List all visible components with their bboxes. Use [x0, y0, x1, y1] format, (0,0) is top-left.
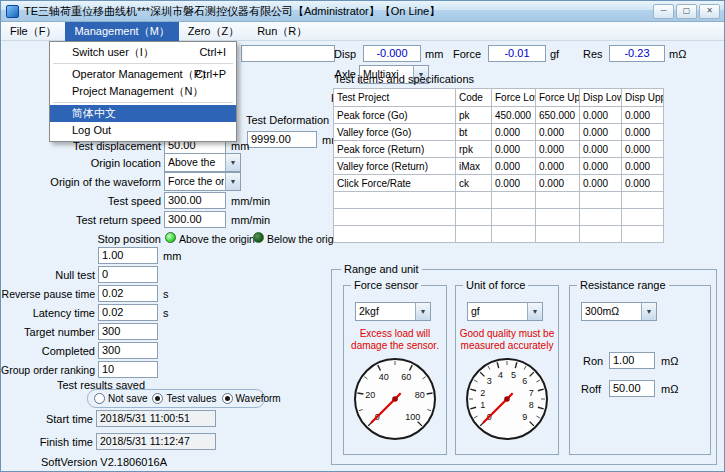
- test-speed-input[interactable]: 300.00: [164, 192, 226, 209]
- table-cell[interactable]: 0.000: [492, 124, 536, 141]
- table-cell[interactable]: Valley force (Return): [334, 158, 456, 175]
- null-test-input[interactable]: 0: [98, 266, 158, 283]
- table-cell[interactable]: [334, 226, 456, 243]
- close-button-icon[interactable]: ✕: [699, 4, 720, 19]
- reverse-pause-input[interactable]: 0.02: [98, 285, 158, 302]
- radio-icon[interactable]: [152, 393, 163, 404]
- resistance-range-select[interactable]: 300mΩ▼: [581, 302, 657, 321]
- table-row[interactable]: [334, 209, 664, 226]
- table-cell[interactable]: [536, 192, 580, 209]
- table-cell[interactable]: 0.000: [622, 141, 664, 158]
- table-cell[interactable]: 0.000: [492, 158, 536, 175]
- table-cell[interactable]: 0.000: [580, 175, 622, 192]
- chevron-down-icon[interactable]: ▼: [527, 303, 542, 320]
- table-cell[interactable]: Peak force (Go): [334, 107, 456, 124]
- table-cell[interactable]: iMax: [456, 158, 492, 175]
- test-return-speed-input[interactable]: 300.00: [164, 211, 226, 228]
- roff-input[interactable]: 50.00: [609, 380, 655, 397]
- latency-input[interactable]: 0.02: [98, 304, 158, 321]
- table-cell[interactable]: [580, 192, 622, 209]
- table-cell[interactable]: 650.000: [536, 107, 580, 124]
- table-cell[interactable]: ck: [456, 175, 492, 192]
- table-row[interactable]: [334, 192, 664, 209]
- table-cell[interactable]: 0.000: [492, 141, 536, 158]
- table-cell[interactable]: 0.000: [580, 141, 622, 158]
- table-cell[interactable]: Click Force/Rate: [334, 175, 456, 192]
- maximize-button-icon[interactable]: ▢: [676, 4, 697, 19]
- menu-file[interactable]: File（F）: [1, 22, 65, 41]
- table-cell[interactable]: [580, 226, 622, 243]
- menu-item-operator-management[interactable]: Operator Management（P）Ctrl+P: [50, 66, 236, 83]
- menu-item-project-management[interactable]: Project Management（N）: [50, 83, 236, 100]
- origin-waveform-select[interactable]: Force the origin▼: [164, 172, 241, 191]
- table-cell[interactable]: [536, 226, 580, 243]
- chevron-down-icon[interactable]: ▼: [415, 303, 430, 320]
- table-row[interactable]: Peak force (Go)pk450.000650.0000.0000.00…: [334, 107, 664, 124]
- menu-zero[interactable]: Zero（Z）: [179, 22, 248, 41]
- menu-item-simplified-chinese[interactable]: 简体中文: [50, 105, 236, 122]
- table-cell[interactable]: 0.000: [622, 124, 664, 141]
- minimize-button-icon[interactable]: ─: [653, 4, 674, 19]
- menu-item-log-out[interactable]: Log Out: [50, 122, 236, 139]
- test-deformation-input[interactable]: 9999.00: [247, 131, 317, 148]
- table-cell[interactable]: [334, 209, 456, 226]
- table-row[interactable]: [334, 226, 664, 243]
- table-cell[interactable]: [492, 226, 536, 243]
- title-bar[interactable]: TE三轴荷重位移曲线机***深圳市磐石测控仪器有限公司【Administrato…: [1, 1, 724, 22]
- table-cell[interactable]: Valley force (Go): [334, 124, 456, 141]
- table-cell[interactable]: [456, 209, 492, 226]
- radio-test-values[interactable]: Test values: [152, 393, 216, 404]
- table-cell[interactable]: 0.000: [492, 175, 536, 192]
- table-row[interactable]: Peak force (Return)rpk0.0000.0000.0000.0…: [334, 141, 664, 158]
- radio-icon[interactable]: [94, 393, 105, 404]
- table-cell[interactable]: 0.000: [622, 158, 664, 175]
- table-row[interactable]: Valley force (Go)bt0.0000.0000.0000.000: [334, 124, 664, 141]
- menu-bar: File（F）Management（M）Zero（Z）Run（R）: [1, 22, 724, 41]
- radio-icon[interactable]: [222, 393, 233, 404]
- table-cell[interactable]: 0.000: [580, 158, 622, 175]
- table-cell[interactable]: [456, 192, 492, 209]
- table-cell[interactable]: 0.000: [536, 158, 580, 175]
- origin-location-select[interactable]: Above the▼: [164, 153, 241, 172]
- hidden-top-field[interactable]: [241, 45, 335, 62]
- table-cell[interactable]: pk: [456, 107, 492, 124]
- table-cell[interactable]: rpk: [456, 141, 492, 158]
- offset-input[interactable]: 1.00: [98, 247, 158, 264]
- table-cell[interactable]: 0.000: [536, 124, 580, 141]
- table-cell[interactable]: [536, 209, 580, 226]
- table-cell[interactable]: [622, 226, 664, 243]
- table-cell[interactable]: Peak force (Return): [334, 141, 456, 158]
- table-cell[interactable]: 0.000: [536, 175, 580, 192]
- table-cell[interactable]: bt: [456, 124, 492, 141]
- table-row[interactable]: Click Force/Rateck0.0000.0000.0000.000: [334, 175, 664, 192]
- table-cell[interactable]: 450.000: [492, 107, 536, 124]
- group-order-input[interactable]: 10: [98, 361, 158, 378]
- chevron-down-icon[interactable]: ▼: [225, 173, 240, 190]
- menu-item-switch-user[interactable]: Switch user（I）Ctrl+I: [50, 44, 236, 61]
- menu-run[interactable]: Run（R）: [248, 22, 316, 41]
- chevron-down-icon[interactable]: ▼: [641, 303, 656, 320]
- target-number-input[interactable]: 300: [98, 323, 158, 340]
- table-cell[interactable]: 0.000: [536, 141, 580, 158]
- table-cell[interactable]: 0.000: [580, 124, 622, 141]
- force-sensor-select[interactable]: 2kgf▼: [355, 302, 431, 321]
- table-cell[interactable]: [492, 192, 536, 209]
- radio-not-save[interactable]: Not save: [94, 393, 147, 404]
- table-cell[interactable]: 0.000: [580, 107, 622, 124]
- table-cell[interactable]: [580, 209, 622, 226]
- table-cell[interactable]: [622, 209, 664, 226]
- spec-table[interactable]: Test ProjectCodeForce LowForce UppDisp L…: [333, 88, 664, 243]
- table-cell[interactable]: [622, 192, 664, 209]
- table-cell[interactable]: [334, 192, 456, 209]
- table-cell[interactable]: 0.000: [622, 107, 664, 124]
- table-cell[interactable]: [456, 226, 492, 243]
- ron-input[interactable]: 1.00: [609, 352, 655, 369]
- table-row[interactable]: Valley force (Return)iMax0.0000.0000.000…: [334, 158, 664, 175]
- chevron-down-icon[interactable]: ▼: [225, 154, 240, 171]
- unit-of-force-select[interactable]: gf▼: [467, 302, 543, 321]
- menu-management[interactable]: Management（M）: [65, 22, 178, 41]
- completed-input[interactable]: 300: [98, 342, 158, 359]
- table-cell[interactable]: 0.000: [622, 175, 664, 192]
- table-cell[interactable]: [492, 209, 536, 226]
- radio-waveform[interactable]: Waveform: [222, 393, 281, 404]
